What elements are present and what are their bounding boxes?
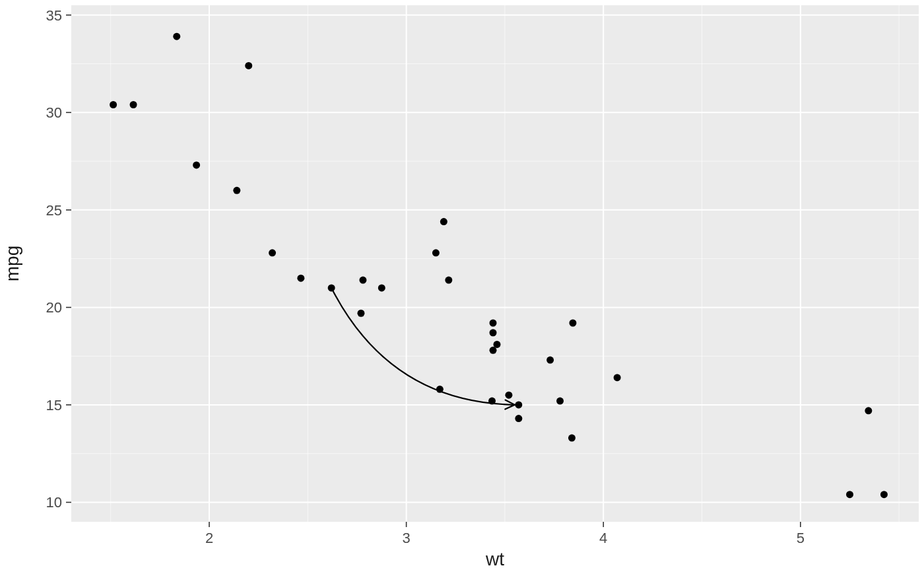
data-point (445, 277, 452, 284)
data-point (193, 161, 200, 168)
data-point (490, 347, 497, 354)
x-tick-label: 4 (599, 530, 607, 546)
plot-panel (71, 5, 919, 522)
data-point (569, 320, 576, 327)
data-point (130, 101, 137, 108)
data-point (614, 374, 621, 381)
chart-svg: 2345101520253035wtmpg (0, 0, 924, 572)
y-tick-label: 25 (46, 202, 62, 219)
data-point (110, 101, 117, 108)
data-point (297, 275, 304, 282)
data-point (233, 187, 240, 194)
data-point (432, 249, 440, 256)
x-tick-label: 3 (403, 530, 411, 546)
data-point (546, 357, 554, 364)
y-tick-label: 35 (46, 7, 62, 24)
data-point (378, 284, 385, 291)
data-point (556, 398, 564, 405)
data-point (505, 392, 512, 399)
data-point (490, 320, 497, 327)
y-tick-label: 20 (46, 299, 62, 316)
data-point (515, 415, 522, 422)
data-point (173, 33, 180, 40)
x-tick-label: 2 (205, 530, 213, 546)
data-point (568, 435, 576, 442)
y-tick-label: 15 (46, 397, 62, 413)
x-tick-label: 5 (797, 530, 805, 546)
data-point (359, 277, 366, 284)
data-point (880, 491, 888, 498)
data-point (440, 218, 447, 225)
data-point (865, 407, 872, 414)
data-point (269, 249, 276, 256)
scatter-chart: 2345101520253035wtmpg (0, 0, 924, 572)
y-axis-title: mpg (2, 246, 22, 281)
x-axis-title: wt (485, 549, 504, 569)
y-tick-label: 10 (46, 494, 62, 511)
data-point (846, 491, 853, 498)
data-point (245, 62, 252, 69)
data-point (490, 329, 497, 336)
y-tick-label: 30 (46, 104, 62, 121)
data-point (357, 310, 364, 317)
